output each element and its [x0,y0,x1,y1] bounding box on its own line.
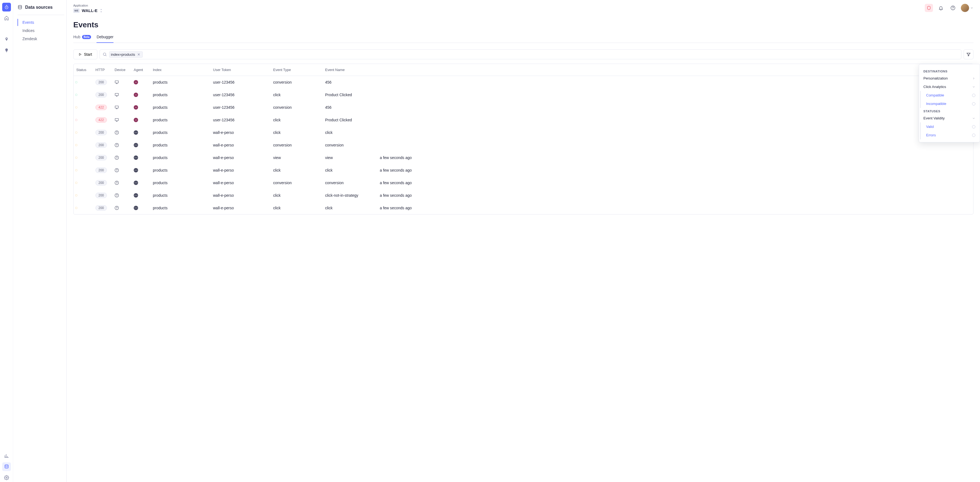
question-icon [115,143,134,147]
agent-icon: − [134,118,138,122]
http-status-pill: 200 [95,193,107,198]
topbar: Application WE WALL-E [73,0,974,13]
database-icon[interactable] [2,462,11,471]
table-row[interactable]: 200⋯productswall-e-persoclickclick [73,126,973,139]
beta-badge: Beta [82,35,91,39]
desktop-icon [115,93,134,97]
agent-icon: ⋯ [134,168,138,173]
cell-userToken: wall-e-perso [213,181,273,185]
tab-debugger[interactable]: Debugger [97,33,113,43]
svg-rect-9 [115,106,118,108]
http-status-pill: 422 [95,117,107,123]
cell-time: a few seconds ago [380,155,970,160]
question-icon [115,155,134,160]
svg-point-20 [117,184,117,184]
desktop-icon [115,80,134,84]
svg-rect-8 [115,94,118,96]
question-icon [115,168,134,173]
cell-eventName: click [325,130,380,135]
agent-icon: ⋯ [134,206,138,210]
table-header: StatusHTTPDeviceAgentIndexUser TokenEven… [73,64,973,76]
bulb-icon[interactable] [2,46,11,55]
table-row[interactable]: 200⋯productswall-e-persoclickclicka few … [73,201,973,214]
table-row[interactable]: 200⋯productswall-e-persoclickclick-not-i… [73,189,973,201]
toolbar: Start index=products ✕ [73,49,974,59]
sidebar-item-indices[interactable]: Indices [18,27,64,34]
sidebar-title: Data sources [18,5,64,10]
http-status-pill: 200 [95,143,107,148]
filter-chip-label: index=products [111,52,135,57]
user-menu[interactable] [961,4,974,12]
table-row[interactable]: 422−productsuser-123456conversion456 [73,101,973,114]
cell-index: products [153,206,213,210]
popover-valid[interactable]: Valid [921,122,980,131]
popover-event-validity[interactable]: Event Validity [919,114,980,122]
table-row[interactable]: 200⋯productswall-e-persoconversionconver… [73,176,973,189]
cell-index: products [153,155,213,160]
table-row[interactable]: 200−productsuser-123456conversion456 [73,76,973,89]
radio-icon [972,125,975,128]
gear-icon[interactable] [2,473,11,482]
table-row[interactable]: 422−productsuser-123456clickProduct Clic… [73,114,973,126]
table-row[interactable]: 200⋯productswall-e-persoviewviewa few se… [73,151,973,164]
cell-eventName: view [325,155,380,160]
search-input-wrap[interactable]: index=products ✕ [100,49,961,59]
table-row[interactable]: 200⋯productswall-e-persoconversionconver… [73,139,973,151]
home-icon[interactable] [2,14,11,22]
table-row[interactable]: 200−productsuser-123456clickProduct Clic… [73,89,973,101]
svg-point-5 [953,9,953,9]
pin-icon[interactable] [2,35,11,44]
help-icon[interactable] [949,4,957,12]
cell-index: products [153,105,213,109]
table-row[interactable]: 200⋯productswall-e-persoclickclicka few … [73,164,973,176]
popover-personalization[interactable]: Personalization [919,74,980,82]
column-header: Agent [134,68,153,72]
agent-icon: ⋯ [134,193,138,198]
question-icon [115,193,134,198]
svg-point-14 [117,146,117,146]
agent-icon: ⋯ [134,155,138,160]
radio-icon [972,134,975,137]
cell-userToken: user-123456 [213,93,273,97]
sidebar-item-events[interactable]: Events [18,19,64,26]
app-name: WALL-E [82,8,98,13]
chip-remove-icon[interactable]: ✕ [137,52,141,57]
cell-eventName: click [325,168,380,173]
column-header: Device [115,68,134,72]
popover-compatible[interactable]: Compatible [921,91,980,100]
cell-index: products [153,168,213,173]
cell-index: products [153,118,213,122]
desktop-icon [115,105,134,109]
sidebar-title-text: Data sources [25,5,53,10]
logo-icon[interactable] [2,3,11,11]
bar-chart-icon[interactable] [2,451,11,460]
svg-point-12 [117,133,117,134]
http-status-pill: 200 [95,155,107,160]
cell-index: products [153,93,213,97]
question-icon [115,181,134,185]
icon-rail [0,0,13,482]
question-icon [115,130,134,135]
cell-userToken: wall-e-perso [213,193,273,198]
start-button[interactable]: Start [73,49,97,59]
popover-errors[interactable]: Errors [921,131,980,140]
cell-userToken: user-123456 [213,118,273,122]
cell-eventType: conversion [273,181,325,185]
shield-alert-icon[interactable] [925,4,933,12]
cell-eventName: 456 [325,105,380,109]
search-input[interactable] [145,52,958,57]
svg-point-1 [5,465,8,466]
popover-incompatible[interactable]: Incompatible [921,100,980,108]
app-selector[interactable]: Application WE WALL-E [73,4,103,13]
http-status-pill: 200 [95,168,107,173]
tab-hub[interactable]: HubBeta [73,33,91,43]
popover-click-analytics[interactable]: Click Analytics [919,82,980,91]
agent-icon: − [134,93,138,97]
column-header: User Token [213,68,273,72]
bell-icon[interactable] [937,4,945,12]
filter-button[interactable] [964,49,974,59]
cell-userToken: wall-e-perso [213,206,273,210]
agent-icon: − [134,80,138,84]
cell-eventType: conversion [273,80,325,84]
sidebar-item-zendesk[interactable]: Zendesk [18,35,64,42]
